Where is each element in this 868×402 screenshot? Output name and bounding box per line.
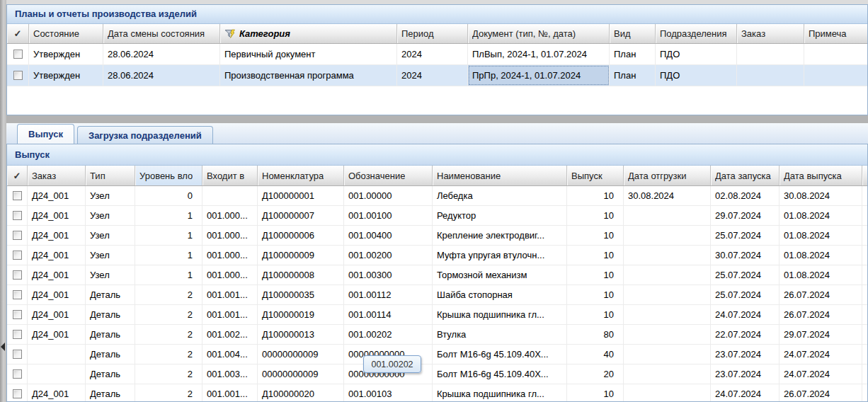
cell[interactable]: 26.07.2024 (780, 305, 862, 324)
plans-column-header[interactable]: Дата смены состояния (103, 24, 220, 43)
vypusk-column-header[interactable]: Наименование (433, 166, 567, 185)
cell[interactable]: 001.002... (202, 325, 258, 344)
cell[interactable]: 1 (135, 265, 202, 285)
checkbox-cell[interactable] (7, 325, 28, 344)
cell[interactable]: Д24_001 (28, 305, 86, 324)
cell[interactable] (624, 364, 711, 384)
cell[interactable]: 1 (135, 206, 202, 225)
cell[interactable]: ПрПр, 2024-1, 01.07.2024 (468, 65, 610, 86)
row-checkbox[interactable] (13, 251, 22, 260)
cell[interactable]: 001.001... (202, 305, 258, 324)
select-all-column-header[interactable]: ✓ (7, 24, 29, 43)
cell[interactable] (624, 305, 711, 324)
cell[interactable]: Д100000007 (258, 206, 344, 225)
plans-column-header[interactable]: Документ (тип, №, дата) (468, 24, 610, 43)
cell[interactable]: 10 (567, 206, 624, 225)
cell[interactable] (804, 65, 868, 86)
cell[interactable]: Д100000008 (258, 265, 344, 285)
cell[interactable]: ПДО (656, 44, 737, 64)
row-checkbox[interactable] (13, 290, 22, 299)
cell[interactable]: Утвержден (29, 44, 103, 64)
cell[interactable]: Узел (86, 246, 135, 265)
cell[interactable]: 10 (567, 265, 624, 285)
row-checkbox[interactable] (13, 231, 22, 240)
row-checkbox[interactable] (13, 211, 22, 220)
cell[interactable]: Д24_001 (28, 384, 86, 402)
table-row[interactable]: Утвержден28.06.2024Первичный документ202… (7, 44, 867, 65)
cell[interactable]: Д24_001 (28, 285, 86, 304)
cell[interactable]: 10 (567, 246, 624, 265)
cell[interactable] (862, 206, 868, 225)
cell[interactable]: 24.07.2024 (711, 384, 780, 402)
cell[interactable]: ПлВып, 2024-1, 01.07.2024 (468, 44, 610, 64)
cell[interactable]: Болт М16-6g 45.109.40Х... (433, 364, 567, 384)
cell[interactable] (862, 246, 868, 265)
cell[interactable]: 24.07.2024 (711, 305, 780, 324)
cell[interactable]: 1 (135, 246, 202, 265)
checkbox-cell[interactable] (7, 206, 28, 225)
cell[interactable]: 001.00300 (344, 265, 433, 285)
cell[interactable]: 2 (135, 325, 202, 344)
cell[interactable] (624, 345, 711, 364)
cell[interactable]: 001.000... (202, 226, 258, 245)
checkbox-cell[interactable] (7, 186, 28, 205)
cell[interactable] (804, 44, 868, 64)
cell[interactable]: Узел (86, 206, 135, 225)
table-row[interactable]: Д24_001Деталь2001.001...Д100000020001.00… (7, 384, 867, 402)
cell[interactable]: 001.00000 (344, 186, 433, 205)
cell[interactable]: 30.08.2024 (624, 186, 711, 205)
cell[interactable]: 28.06.2024 (103, 44, 220, 64)
cell[interactable]: 2 (135, 384, 202, 402)
cell[interactable]: 22.07.2024 (711, 325, 780, 344)
table-row[interactable]: Д24_001Деталь2001.001...Д100000035001.00… (7, 285, 867, 305)
cell[interactable]: Д24_001 (28, 325, 86, 344)
cell[interactable]: Д100000019 (258, 305, 344, 324)
vypusk-column-header[interactable]: Номенклатура (258, 166, 344, 185)
table-row[interactable]: Д24_001Узел1001.000...Д100000007001.0010… (7, 206, 867, 226)
cell[interactable]: 2024 (397, 65, 468, 86)
cell[interactable] (624, 384, 711, 402)
cell[interactable] (862, 325, 868, 344)
plans-column-header[interactable]: Категория (220, 24, 397, 43)
cell[interactable]: Д24_001 (28, 186, 86, 205)
row-checkbox[interactable] (13, 50, 23, 59)
cell[interactable] (28, 345, 86, 364)
cell[interactable]: 26.07.2024 (780, 285, 862, 304)
vypusk-column-header[interactable]: Дата отгрузки (624, 166, 711, 185)
cell[interactable] (737, 65, 804, 86)
cell[interactable]: 01.08.2024 (780, 206, 862, 225)
cell[interactable]: 0 (135, 186, 202, 205)
cell[interactable]: 29.07.2024 (711, 206, 780, 225)
cell[interactable]: 001.000... (202, 206, 258, 225)
cell[interactable]: 20 (567, 364, 624, 384)
table-row[interactable]: Утвержден28.06.2024Производственная прог… (7, 65, 867, 86)
cell[interactable]: Втулка (433, 325, 567, 344)
plans-column-header[interactable]: Подразделения (656, 24, 737, 43)
vypusk-column-header[interactable]: Входит в (202, 166, 258, 185)
cell[interactable] (624, 285, 711, 304)
checkbox-cell[interactable] (7, 246, 28, 265)
plans-column-header[interactable]: Заказ (737, 24, 804, 43)
cell[interactable]: Муфта упругая втулочн... (433, 246, 567, 265)
cell[interactable] (862, 285, 868, 304)
cell[interactable]: Редуктор (433, 206, 567, 225)
cell[interactable]: 24.07.2024 (780, 345, 862, 364)
cell[interactable] (624, 246, 711, 265)
cell[interactable]: 001.000... (202, 246, 258, 265)
cell[interactable]: Узел (86, 265, 135, 285)
cell[interactable]: Д100000001 (258, 186, 344, 205)
checkbox-cell[interactable] (7, 345, 28, 364)
plans-column-header[interactable]: Состояние (29, 24, 103, 43)
cell[interactable]: Деталь (86, 364, 135, 384)
cell[interactable]: 001.00200 (344, 246, 433, 265)
row-checkbox[interactable] (13, 191, 22, 200)
vypusk-column-header[interactable]: Уровень вло (135, 166, 202, 185)
cell[interactable]: Д24_001 (28, 265, 86, 285)
splitter-collapse-arrow-icon[interactable] (1, 343, 5, 351)
cell[interactable]: Шайба стопорная (433, 285, 567, 304)
table-row[interactable]: Д24_001Деталь2001.002...Д100000013001.00… (7, 325, 867, 345)
cell[interactable] (624, 325, 711, 344)
plans-column-header[interactable]: Примеча (804, 24, 868, 43)
cell[interactable]: 10 (567, 384, 624, 402)
plans-column-header[interactable]: Вид (610, 24, 656, 43)
